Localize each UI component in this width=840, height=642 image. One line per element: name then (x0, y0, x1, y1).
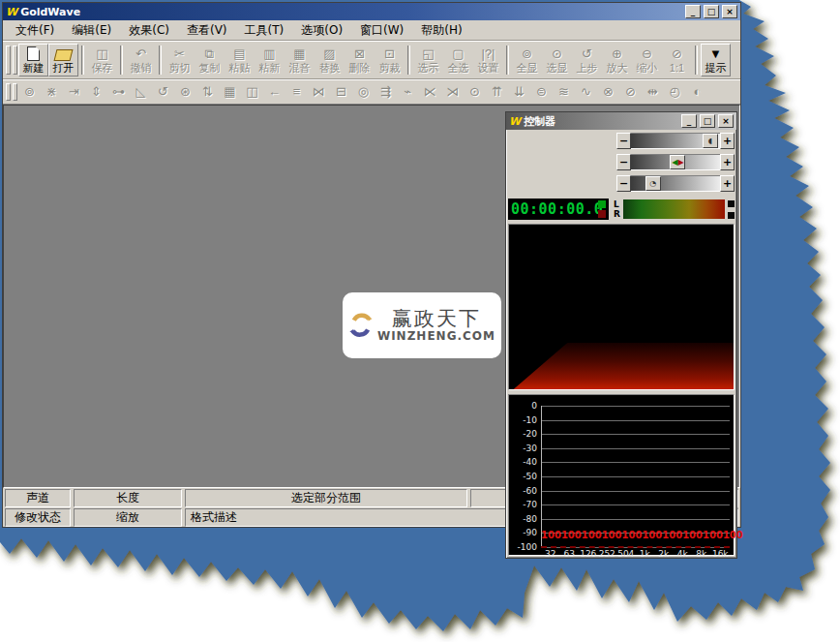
effect-button-icon[interactable]: ⊛ (174, 83, 196, 101)
effect-button-icon[interactable]: ⋇ (41, 83, 63, 101)
maximize-button[interactable]: □ (700, 114, 715, 128)
speed-slider[interactable]: − ◔ + (616, 175, 735, 192)
toolbar-button[interactable]: ⊚ 全显 (512, 44, 542, 76)
toolbar-grip[interactable] (6, 46, 11, 75)
speed-slider-track[interactable]: ◔ (631, 175, 720, 192)
toolbar-button-label: 新建 (23, 61, 45, 75)
effect-button-icon[interactable]: ⊗ (597, 83, 619, 101)
toolbar-button[interactable]: ↺ 上步 (572, 44, 602, 76)
effect-button-icon[interactable]: ⇹ (642, 83, 664, 101)
balance-left-button[interactable]: − (616, 154, 631, 170)
balance-slider-track[interactable]: ◀ ▶ (631, 154, 720, 170)
effect-button-icon[interactable]: ⇕ (85, 83, 107, 101)
band-value-row: 100 100 100 100 100 100 100 100 (541, 530, 730, 540)
toolbar-button-icon: ⊠ (354, 46, 365, 61)
speed-decrease-button[interactable]: − (616, 175, 631, 192)
toolbar-button[interactable]: ⧉ 复制 (195, 44, 225, 76)
menu-item[interactable]: 帮助(H) (412, 20, 470, 41)
toolbar-button[interactable]: ▼ 提示 (701, 44, 731, 76)
menu-item[interactable]: 选项(O) (292, 20, 351, 41)
effect-button-icon[interactable]: ← (263, 83, 285, 101)
toolbar-grip[interactable] (13, 46, 17, 75)
effect-button-icon[interactable]: ⊟ (330, 83, 352, 101)
meter-peak-indicators (728, 200, 735, 219)
toolbar-button[interactable]: |?| 设置 (473, 44, 503, 76)
toolbar-grip[interactable] (13, 83, 17, 101)
toolbar-button[interactable]: 新建 (18, 44, 48, 76)
controller-title-bar[interactable]: W 控制器 _ □ × (506, 112, 736, 130)
speed-increase-button[interactable]: + (720, 175, 735, 192)
chart-plot-area (541, 406, 730, 548)
toolbar-button[interactable]: ◱ 选示 (413, 44, 443, 76)
effect-button-icon[interactable]: ⊙ (464, 83, 486, 101)
toolbar-button[interactable]: ⊖ 缩小 (632, 44, 662, 76)
effect-button-icon[interactable]: ◴ (664, 83, 686, 101)
menu-item[interactable]: 查看(V) (178, 20, 236, 41)
toolbar-button[interactable]: ◫ 保存 (87, 44, 117, 76)
effect-button-icon[interactable]: ⇥ (63, 83, 85, 101)
effect-button-icon[interactable]: ≋ (553, 83, 575, 101)
effect-button-icon[interactable]: ◐ (686, 83, 708, 101)
frequency-axis-labels: 32 63 126 252 504 1k 2k 4k (541, 549, 730, 559)
effect-button-icon[interactable]: ⇶ (375, 83, 397, 101)
toolbar-button[interactable]: ⊡ 剪裁 (375, 44, 405, 76)
balance-slider[interactable]: − ◀ ▶ + (616, 154, 735, 170)
effect-button-icon[interactable]: ⊜ (530, 83, 553, 101)
menu-item[interactable]: 效果(C) (120, 20, 178, 41)
toolbar-button[interactable]: ⊙ 选显 (542, 44, 572, 76)
toolbar-button-icon: ▤ (233, 46, 245, 61)
toolbar-button[interactable]: ▤ 粘贴 (225, 44, 255, 76)
effect-button-icon[interactable]: ⇅ (196, 83, 219, 101)
menu-item[interactable]: 窗口(W) (351, 20, 412, 41)
volume-slider-track[interactable]: ◖ (631, 133, 720, 149)
toolbar-button[interactable]: ⊕ 放大 (602, 44, 632, 76)
volume-slider[interactable]: − ◖ + (616, 133, 735, 149)
effect-button-icon[interactable]: ⋉ (419, 83, 441, 101)
speed-slider-knob[interactable]: ◔ (645, 176, 661, 191)
effect-button-icon[interactable]: ⊶ (107, 83, 130, 101)
close-button[interactable]: × (722, 5, 737, 18)
effect-button-icon[interactable]: ∿ (575, 83, 597, 101)
toolbar-button[interactable]: ▦ 混音 (285, 44, 315, 76)
effect-button-icon[interactable]: ⋈ (308, 83, 330, 101)
volume-decrease-button[interactable]: − (616, 133, 631, 149)
volume-slider-knob[interactable]: ◖ (703, 134, 718, 148)
effect-button-icon[interactable]: ⇊ (508, 83, 530, 101)
effect-button-icon[interactable]: ⊚ (18, 83, 41, 101)
toolbar-button-label: 替换 (319, 61, 341, 75)
menu-item[interactable]: 文件(F) (7, 20, 63, 41)
menu-item[interactable]: 工具(T) (236, 20, 293, 41)
toolbar-button[interactable]: ✂ 剪切 (165, 44, 195, 76)
maximize-button[interactable]: □ (704, 5, 719, 18)
volume-increase-button[interactable]: + (720, 133, 735, 149)
minimize-button[interactable]: _ (685, 5, 701, 18)
effect-button-icon[interactable]: ⊘ (619, 83, 642, 101)
effect-button-icon[interactable]: ⌁ (397, 83, 419, 101)
toolbar-button[interactable]: 打开 (48, 44, 78, 76)
minimize-button[interactable]: _ (681, 114, 697, 128)
main-title-bar[interactable]: W GoldWave _ □ × (3, 3, 740, 20)
effect-button-icon[interactable]: ◺ (130, 83, 152, 101)
balance-right-button[interactable]: + (720, 154, 735, 170)
toolbar-button[interactable]: ▥ 粘新 (255, 44, 285, 76)
effect-button-icon[interactable]: ↺ (152, 83, 174, 101)
effect-button-icon[interactable]: ◫ (241, 83, 263, 101)
toolbar-button[interactable]: ▨ 替换 (315, 44, 345, 76)
close-button[interactable]: × (718, 114, 734, 128)
toolbar-button[interactable]: ⊘ 1:1 (662, 44, 692, 76)
time-and-meter-row: 00:00:00.0 L R (508, 199, 735, 220)
effect-button-icon[interactable]: ▦ (219, 83, 241, 101)
toolbar-button[interactable]: ▢ 全选 (443, 44, 473, 76)
toolbar-button[interactable]: ⊠ 删除 (345, 44, 375, 76)
toolbar-grip[interactable] (6, 83, 11, 101)
balance-slider-knob[interactable]: ◀ ▶ (670, 155, 685, 169)
effect-button-icon[interactable]: ◎ (352, 83, 375, 101)
effect-button-icon[interactable]: ⇈ (486, 83, 508, 101)
effect-button-icon[interactable]: ⋊ (441, 83, 464, 101)
menu-item[interactable]: 编辑(E) (63, 20, 120, 41)
frequency-tick-label: 2k (654, 549, 674, 559)
toolbar-button[interactable]: ↶ 撤销 (126, 44, 156, 76)
effect-button-icon[interactable]: ≡ (285, 83, 308, 101)
toolbar-button-label: 选显 (547, 61, 568, 75)
db-axis-labels: 0 -10 -20 -30 -40 -50 -60 -70 (509, 399, 537, 555)
